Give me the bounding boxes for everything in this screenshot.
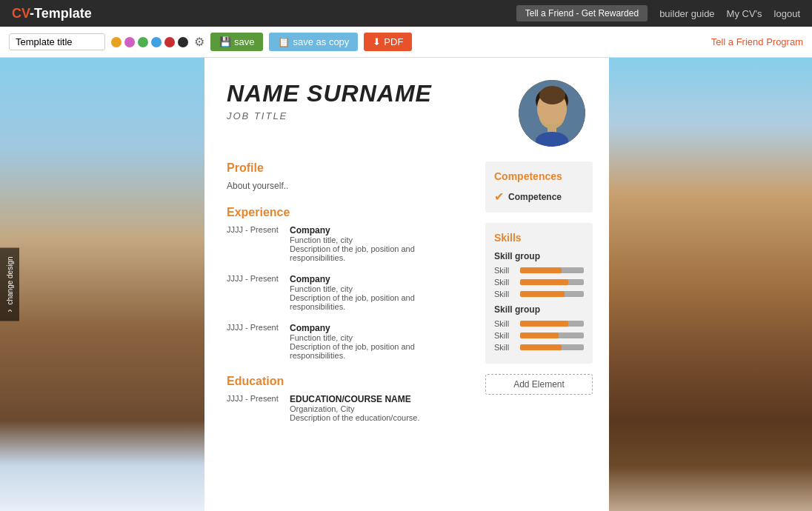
skill-bar-bg-2-2 [520, 333, 584, 338]
photo-svg [519, 80, 585, 147]
skill-bar-bg-1-3 [520, 291, 584, 297]
save-copy-icon: 📋 [278, 36, 290, 47]
color-dot-black[interactable] [178, 37, 188, 47]
cv-right-column: Competences ✔ Competence Skills Skill gr… [478, 161, 608, 437]
exp-desc-1[interactable]: Description of the job, position and res… [290, 244, 463, 262]
template-title-input[interactable] [9, 33, 105, 50]
change-design-label: change design [6, 256, 14, 304]
competences-panel: Competences ✔ Competence [485, 161, 593, 213]
cv-left-column: Profile About yourself.. Experience JJJJ… [204, 161, 478, 437]
exp-function-2[interactable]: Function title, city [290, 284, 463, 293]
skill-group-2-title[interactable]: Skill group [494, 304, 584, 315]
skill-item-1-1: Skill [494, 266, 584, 275]
tell-friend-link[interactable]: Tell a Friend Program [711, 36, 803, 47]
exp-function-1[interactable]: Function title, city [290, 236, 463, 244]
experience-item-1: JJJJ - Present Company Function title, c… [227, 225, 463, 262]
color-dot-orange[interactable] [111, 37, 122, 47]
exp-details-1: Company Function title, city Description… [290, 225, 463, 262]
svg-point-1 [536, 87, 568, 114]
experience-section: Experience JJJJ - Present Company Functi… [227, 206, 463, 360]
exp-details-2: Company Function title, city Description… [290, 274, 463, 311]
skill-name-2-3: Skill [494, 343, 520, 352]
skill-bar-fill-2-3 [520, 344, 562, 350]
toolbar: ⚙ 💾 save 📋 save as copy ⬇ PDF Tell a Fri… [0, 27, 812, 58]
skills-panel-title[interactable]: Skills [494, 232, 584, 244]
skill-name-1-3: Skill [494, 290, 520, 298]
cv-header: NAME SURNAME JOB TITLE [204, 58, 608, 161]
skill-bar-bg-2-3 [520, 344, 584, 350]
skill-bar-fill-1-1 [520, 267, 562, 273]
edu-name-1[interactable]: EDUCATION/COURSE NAME [290, 394, 420, 404]
exp-details-3: Company Function title, city Description… [290, 323, 463, 360]
settings-icon[interactable]: ⚙ [194, 35, 204, 49]
svg-point-4 [555, 109, 559, 113]
color-palette [111, 37, 188, 47]
profile-text[interactable]: About yourself.. [227, 181, 463, 191]
skill-bar-fill-2-2 [520, 333, 559, 338]
pdf-icon: ⬇ [373, 36, 381, 47]
color-dot-green[interactable] [138, 37, 148, 47]
logout-link[interactable]: logout [774, 8, 800, 19]
pdf-label: PDF [384, 36, 403, 47]
svg-point-3 [545, 109, 549, 113]
save-icon: 💾 [219, 36, 231, 47]
skill-group-2: Skill group Skill Skill [494, 304, 584, 352]
skills-panel: Skills Skill group Skill Skill [485, 223, 593, 364]
tell-friend-nav-button[interactable]: Tell a Friend - Get Rewarded [516, 5, 648, 21]
experience-title[interactable]: Experience [227, 206, 463, 219]
skill-name-2-1: Skill [494, 319, 520, 328]
color-dot-pink[interactable] [124, 37, 135, 47]
cv-photo-circle [519, 80, 585, 147]
exp-company-3[interactable]: Company [290, 323, 463, 333]
add-element-button[interactable]: Add Element [485, 374, 593, 395]
exp-desc-3[interactable]: Description of the job, position and res… [290, 342, 463, 360]
exp-company-1[interactable]: Company [290, 225, 463, 236]
exp-company-2[interactable]: Company [290, 274, 463, 284]
skill-item-1-2: Skill [494, 278, 584, 287]
education-item-1: JJJJ - Present EDUCATION/COURSE NAME Org… [227, 394, 463, 422]
svg-point-2 [539, 99, 565, 129]
main-area: › change design NAME SURNAME JOB TITLE [0, 58, 812, 511]
skill-item-2-2: Skill [494, 331, 584, 340]
skill-item-1-3: Skill [494, 290, 584, 298]
cv-body: Profile About yourself.. Experience JJJJ… [204, 161, 608, 452]
experience-item-2: JJJJ - Present Company Function title, c… [227, 274, 463, 311]
exp-desc-2[interactable]: Description of the job, position and res… [290, 293, 463, 311]
exp-function-3[interactable]: Function title, city [290, 333, 463, 342]
skill-bar-fill-2-1 [520, 321, 568, 327]
competence-label-1[interactable]: Competence [508, 192, 562, 202]
save-label: save [234, 36, 254, 47]
color-dot-blue[interactable] [151, 37, 162, 47]
logo: CV-Template [12, 6, 92, 21]
education-section: Education JJJJ - Present EDUCATION/COURS… [227, 375, 463, 422]
cv-name[interactable]: NAME SURNAME [227, 80, 432, 107]
builder-guide-link[interactable]: builder guide [659, 8, 714, 19]
toolbar-left: ⚙ 💾 save 📋 save as copy ⬇ PDF [9, 33, 412, 51]
edu-details-1: EDUCATION/COURSE NAME Organization, City… [290, 394, 420, 422]
cv-job-title[interactable]: JOB TITLE [227, 110, 432, 121]
save-button[interactable]: 💾 save [210, 33, 263, 51]
logo-area: CV-Template [12, 6, 92, 21]
cv-name-area: NAME SURNAME JOB TITLE [227, 80, 432, 121]
education-title[interactable]: Education [227, 375, 463, 388]
skill-bar-bg-2-1 [520, 321, 584, 327]
skill-name-1-1: Skill [494, 266, 520, 275]
skill-item-2-1: Skill [494, 319, 584, 328]
color-dot-red[interactable] [164, 37, 175, 47]
edu-org-1[interactable]: Organization, City [290, 404, 420, 413]
profile-title[interactable]: Profile [227, 161, 463, 175]
edu-desc-1[interactable]: Description of the education/course. [290, 413, 420, 422]
change-design-tab[interactable]: › change design [0, 247, 19, 321]
skill-item-2-3: Skill [494, 343, 584, 352]
top-navigation: CV-Template Tell a Friend - Get Rewarded… [0, 0, 812, 27]
pdf-button[interactable]: ⬇ PDF [364, 33, 412, 51]
toolbar-right: Tell a Friend Program [711, 36, 803, 47]
exp-date-1: JJJJ - Present [227, 225, 290, 262]
competences-panel-title[interactable]: Competences [494, 170, 584, 182]
cv-photo[interactable] [519, 80, 585, 147]
my-cvs-link[interactable]: My CV's [727, 8, 762, 19]
skill-name-2-2: Skill [494, 331, 520, 340]
skill-group-1-title[interactable]: Skill group [494, 251, 584, 261]
save-copy-button[interactable]: 📋 save as copy [269, 33, 358, 51]
skill-bar-fill-1-2 [520, 279, 568, 285]
